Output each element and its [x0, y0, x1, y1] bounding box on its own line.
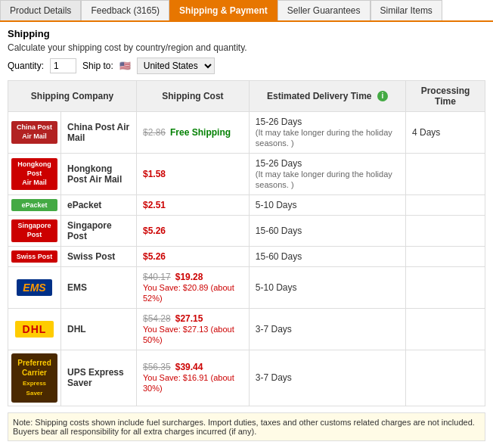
- delivery-time: 15-26 Days(It may take longer during the…: [249, 112, 405, 154]
- processing-time: [405, 247, 485, 267]
- logo-cell: China PostAir Mail: [8, 112, 61, 154]
- tab-feedback[interactable]: Feedback (3165): [81, 0, 169, 20]
- ship-to-label: Ship to:: [82, 61, 113, 71]
- shipping-cost: $2.51: [137, 195, 250, 216]
- logo-cell: Hongkong PostAir Mail: [8, 154, 61, 195]
- logo-cell: PreferredCarrierExpress Saver: [8, 350, 61, 406]
- shipping-cost: $5.26: [137, 216, 250, 247]
- shipping-table: Shipping Company Shipping Cost Estimated…: [8, 80, 485, 406]
- tab-similar-items[interactable]: Similar Items: [371, 0, 442, 20]
- col-delivery: Estimated Delivery Time i: [249, 81, 405, 112]
- delivery-time: 5-10 Days: [249, 195, 405, 216]
- flag-icon: 🇺🇸: [119, 61, 131, 71]
- delivery-time: 3-7 Days: [249, 350, 405, 406]
- shipping-cost: $54.28$27.15You Save: $27.13 (about 50%): [137, 309, 250, 350]
- processing-time: [405, 309, 485, 350]
- shipping-cost: $2.86Free Shipping: [137, 112, 250, 154]
- processing-time: 4 Days: [405, 112, 485, 154]
- tab-shipping-payment[interactable]: Shipping & Payment: [169, 0, 278, 20]
- delivery-time: 15-60 Days: [249, 247, 405, 267]
- shipping-cost: $40.17$19.28You Save: $20.89 (about 52%): [137, 267, 250, 309]
- logo-cell: SingaporePost: [8, 216, 61, 247]
- tab-seller-guarantees[interactable]: Seller Guarantees: [278, 0, 371, 20]
- logo-cell: Swiss Post: [8, 247, 61, 267]
- col-company: Shipping Company: [8, 81, 137, 112]
- logo-cell: EMS: [8, 267, 61, 309]
- logo-cell: ePacket: [8, 195, 61, 216]
- company-name: ePacket: [61, 195, 137, 216]
- processing-time: [405, 267, 485, 309]
- delivery-time: 15-26 Days(It may take longer during the…: [249, 154, 405, 195]
- quantity-label: Quantity:: [8, 61, 44, 71]
- logo-cell: DHL: [8, 309, 61, 350]
- company-name: Singapore Post: [61, 216, 137, 247]
- quantity-input[interactable]: [50, 58, 76, 73]
- shipping-cost: $1.58: [137, 154, 250, 195]
- company-name: Swiss Post: [61, 247, 137, 267]
- company-name: DHL: [61, 309, 137, 350]
- tab-product-details[interactable]: Product Details: [0, 0, 81, 20]
- processing-time: [405, 350, 485, 406]
- delivery-info-icon[interactable]: i: [377, 91, 388, 101]
- company-name: Hongkong Post Air Mail: [61, 154, 137, 195]
- calc-text: Calculate your shipping cost by country/…: [8, 42, 485, 53]
- col-cost: Shipping Cost: [137, 81, 250, 112]
- tab-bar: Product Details Feedback (3165) Shipping…: [0, 0, 493, 22]
- shipping-cost: $5.26: [137, 247, 250, 267]
- shipping-note: Note: Shipping costs shown include fuel …: [8, 412, 485, 441]
- shipping-cost: $56.35$39.44You Save: $16.91 (about 30%): [137, 350, 250, 406]
- processing-time: [405, 216, 485, 247]
- processing-time: [405, 154, 485, 195]
- processing-time: [405, 195, 485, 216]
- company-name: China Post Air Mail: [61, 112, 137, 154]
- delivery-time: 15-60 Days: [249, 216, 405, 247]
- country-select[interactable]: United States: [137, 58, 215, 74]
- company-name: EMS: [61, 267, 137, 309]
- col-processing: Processing Time: [405, 81, 485, 112]
- company-name: UPS Express Saver: [61, 350, 137, 406]
- delivery-time: 3-7 Days: [249, 309, 405, 350]
- section-title: Shipping: [8, 28, 485, 39]
- delivery-time: 5-10 Days: [249, 267, 405, 309]
